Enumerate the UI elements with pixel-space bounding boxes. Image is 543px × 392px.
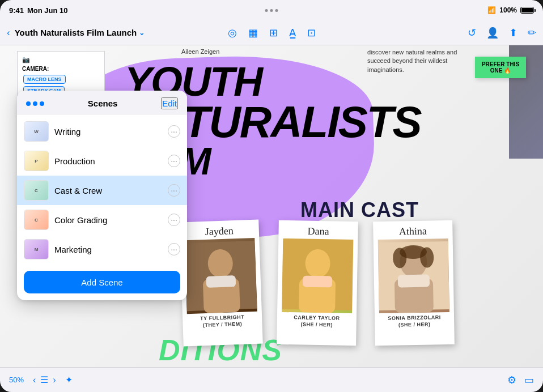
status-dot-2: [270, 9, 273, 12]
toolbar-right-icons: ↺ 👤 ⬆ ✏: [468, 27, 536, 39]
scene-more-color-grading[interactable]: ···: [168, 214, 180, 226]
scene-item-writing[interactable]: W Writing ···: [17, 117, 187, 146]
thumb-writing: W: [24, 122, 48, 141]
bottom-right-icons: ⚙ ▭: [507, 374, 534, 386]
status-bar-left: 9:41 Mon Jun 10: [9, 6, 68, 15]
polaroid-photo-1: [184, 238, 257, 314]
scenes-panel-title: Scenes: [88, 99, 118, 108]
image-tool-icon[interactable]: ⊡: [307, 27, 316, 39]
scene-thumbnail-cast-crew: C: [24, 180, 49, 201]
polaroid-2: Dana CARLEY TAYLOR(SHE / HER): [277, 220, 358, 346]
dot-3: [40, 101, 44, 106]
nav-arrows: ‹ ☰ ›: [33, 374, 56, 385]
toolbar: ‹ Youth Naturalists Film Launch ⌄ ◎ ▦ ⊞ …: [0, 20, 543, 45]
bottom-toolbar: 50% ‹ ☰ › ✦ ⚙ ▭: [0, 367, 543, 392]
canvas-subtitle: discover new natural realms and succeed …: [367, 48, 458, 74]
scene-item-color-grading[interactable]: C Color Grading ···: [17, 205, 187, 235]
collaborators-icon[interactable]: 👤: [486, 27, 499, 39]
scenes-list: W Writing ··· P Production ··· C: [17, 114, 187, 266]
polaroids-container: Jayden TY FULLBRIGHT(THEY / THEM) Dana: [181, 221, 453, 345]
scene-thumbnail-production: P: [24, 151, 49, 171]
battery-label: 100%: [499, 6, 517, 14]
svg-rect-3: [206, 275, 236, 288]
layers-tool-icon[interactable]: ⊞: [269, 27, 278, 39]
layout-options-icon[interactable]: ⚙: [507, 374, 516, 386]
title-text: Youth Naturalists Film Launch: [15, 28, 137, 37]
table-tool-icon[interactable]: ▦: [248, 27, 258, 39]
scene-name-cast-crew: Cast & Crew: [54, 186, 162, 195]
dot-2: [33, 101, 37, 106]
svg-rect-11: [398, 275, 430, 288]
sticky-note: PREFER THIS ONE 🔥: [475, 57, 526, 78]
author-name: Aileen Zeigen: [181, 48, 219, 55]
polaroid-name-3: Athina: [377, 225, 448, 238]
title-chevron-icon: ⌄: [139, 29, 145, 37]
scene-more-marketing[interactable]: ···: [168, 243, 180, 255]
polaroid-caption-3: SONIA BRIZZOLARI(SHE / HER): [379, 314, 449, 329]
camera-option-1: MACRO LENS: [22, 74, 100, 85]
polaroid-photo-2: [282, 238, 353, 313]
scene-name-production: Production: [54, 156, 162, 166]
camera-card-title: 📷: [22, 56, 100, 63]
share-icon[interactable]: ⬆: [509, 27, 517, 39]
scenes-panel: Scenes Edit W Writing ··· P Produc: [17, 91, 187, 300]
scene-thumbnail-color-grading: C: [24, 210, 49, 230]
back-button[interactable]: ‹: [7, 27, 10, 39]
main-content: 📷 CAMERA: MACRO LENS STEADY CAM Aileen Z…: [0, 45, 543, 367]
back-chevron-icon: ‹: [7, 27, 10, 39]
scene-thumbnail-marketing: M: [24, 239, 49, 259]
polaroid-caption-1: TY FULLBRIGHT(THEY / THEM): [187, 314, 258, 330]
status-bar-center: [265, 9, 278, 12]
panel-dots: [26, 101, 44, 106]
scene-more-production[interactable]: ···: [168, 155, 180, 167]
scene-item-cast-crew[interactable]: C Cast & Crew ···: [17, 176, 187, 205]
scenes-panel-header: Scenes Edit: [17, 91, 187, 114]
scene-more-writing[interactable]: ···: [168, 125, 180, 138]
scenes-edit-button[interactable]: Edit: [161, 97, 178, 109]
nav-forward-button[interactable]: ›: [53, 375, 56, 385]
status-time: 9:41: [9, 6, 24, 15]
status-dot-3: [275, 9, 278, 12]
thumb-cast: C: [24, 181, 48, 200]
wifi-icon: 📶: [487, 6, 496, 14]
scene-name-writing: Writing: [54, 127, 162, 137]
scene-name-color-grading: Color Grading: [54, 215, 162, 225]
view-mode-icon[interactable]: ▭: [524, 374, 534, 386]
scene-more-cast-crew[interactable]: ···: [168, 184, 180, 197]
status-bar: 9:41 Mon Jun 10 📶 100%: [0, 0, 543, 20]
text-tool-icon[interactable]: A̲: [289, 27, 296, 39]
ipad-frame: 9:41 Mon Jun 10 📶 100% ‹ Youth Naturalis…: [0, 0, 543, 392]
polaroid-caption-2: CARLEY TAYLOR(SHE / HER): [282, 314, 352, 329]
status-date: Mon Jun 10: [27, 6, 68, 15]
polaroid-3: Athina SONIA BRIZZOLAR: [373, 220, 455, 346]
add-scene-button[interactable]: Add Scene: [24, 271, 180, 293]
polaroid-name-2: Dana: [283, 225, 353, 238]
star-icon[interactable]: ✦: [65, 374, 73, 385]
scene-item-marketing[interactable]: M Marketing ···: [17, 235, 187, 264]
scene-item-production[interactable]: P Production ···: [17, 146, 187, 176]
polaroid-1: Jayden TY FULLBRIGHT(THEY / THEM): [179, 220, 263, 347]
thumb-production: P: [24, 151, 48, 171]
polaroid-name-1: Jayden: [184, 224, 254, 238]
shape-tool-icon[interactable]: ◎: [228, 27, 237, 39]
dot-1: [26, 101, 31, 106]
history-icon[interactable]: ↺: [468, 27, 476, 39]
polaroid-photo-3: [378, 238, 449, 313]
battery-icon: [520, 7, 534, 14]
zoom-level[interactable]: 50%: [9, 376, 24, 384]
nav-back-button[interactable]: ‹: [33, 375, 36, 385]
thumb-color: C: [24, 210, 48, 229]
status-dot-1: [265, 9, 268, 12]
main-cast-label: MAIN CAST: [300, 198, 419, 222]
camera-label: CAMERA:: [22, 66, 100, 72]
scene-name-marketing: Marketing: [54, 245, 162, 254]
toolbar-center-icons: ◎ ▦ ⊞ A̲ ⊡: [228, 27, 316, 39]
scene-thumbnail-writing: W: [24, 121, 49, 142]
nav-list-icon[interactable]: ☰: [40, 374, 48, 385]
svg-rect-7: [303, 276, 332, 288]
thumb-marketing: M: [24, 240, 48, 259]
status-bar-right: 📶 100%: [487, 6, 534, 14]
battery-fill: [521, 8, 533, 12]
edit-pencil-icon[interactable]: ✏: [528, 27, 536, 39]
